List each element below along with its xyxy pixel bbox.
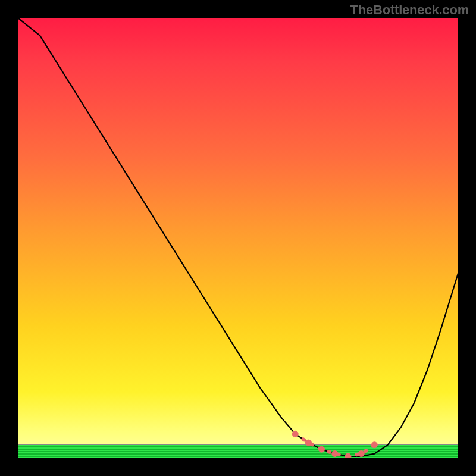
marker-dot [305,440,311,446]
chart-frame: TheBottleneck.com [0,0,476,476]
bottleneck-curve [18,18,458,456]
marker-dot [371,442,377,448]
plot-area [18,18,458,458]
minimum-markers [292,431,377,458]
marker-dot [292,431,298,437]
marker-dot [345,453,351,458]
marker-dot [358,451,364,457]
marker-dot [319,446,325,452]
marker-dot [332,451,338,457]
watermark-text: TheBottleneck.com [350,2,469,18]
curve-svg [18,18,458,458]
